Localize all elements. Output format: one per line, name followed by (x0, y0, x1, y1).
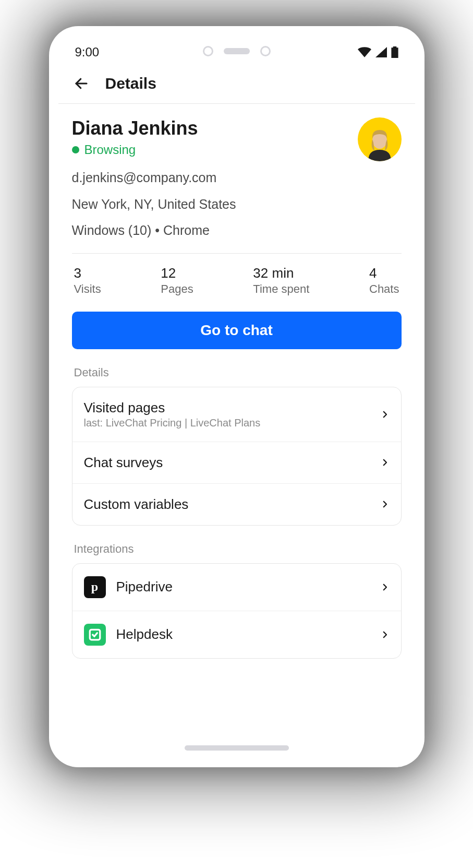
divider (72, 253, 402, 254)
presence-label: Browsing (84, 142, 136, 157)
chevron-right-icon (380, 458, 390, 467)
integrations-card: p Pipedrive Helpdesk (72, 563, 402, 659)
go-to-chat-button[interactable]: Go to chat (72, 312, 402, 349)
details-card: Visited pages last: LiveChat Pricing | L… (72, 387, 402, 526)
stat-value: 3 (74, 265, 101, 281)
stat-chats: 4 Chats (369, 265, 399, 296)
svg-rect-0 (391, 47, 398, 58)
status-time: 9:00 (75, 45, 100, 60)
phone-frame: 9:00 Details Diana Jenkins Browsing (49, 26, 425, 767)
row-title: Visited pages (84, 400, 261, 416)
avatar[interactable] (358, 117, 402, 161)
profile-system: Windows (10) • Chrome (72, 219, 402, 242)
stat-label: Chats (369, 282, 399, 296)
battery-icon (391, 46, 398, 58)
app-header: Details (58, 69, 415, 104)
stat-pages: 12 Pages (161, 265, 193, 296)
section-label-integrations: Integrations (74, 542, 402, 556)
row-visited-pages[interactable]: Visited pages last: LiveChat Pricing | L… (72, 387, 401, 442)
content: Diana Jenkins Browsing d. (58, 104, 415, 672)
pipedrive-icon: p (84, 576, 106, 598)
row-title: Pipedrive (116, 579, 173, 595)
row-subtitle: last: LiveChat Pricing | LiveChat Plans (84, 417, 261, 429)
row-title: Custom variables (84, 496, 189, 513)
section-label-details: Details (74, 366, 402, 379)
stat-visits: 3 Visits (74, 265, 101, 296)
notch-decoration (203, 46, 271, 56)
helpdesk-icon (84, 624, 106, 646)
screen: 9:00 Details Diana Jenkins Browsing (58, 35, 415, 758)
profile-header: Diana Jenkins Browsing (72, 117, 402, 167)
profile-name: Diana Jenkins (72, 117, 198, 139)
row-pipedrive[interactable]: p Pipedrive (72, 564, 401, 611)
chevron-right-icon (380, 630, 390, 639)
profile-email: d.jenkins@company.com (72, 167, 402, 189)
signal-icon (375, 47, 387, 57)
chevron-right-icon (380, 500, 390, 509)
arrow-left-icon (74, 76, 89, 91)
chevron-right-icon (380, 410, 390, 419)
stat-time-spent: 32 min Time spent (253, 265, 309, 296)
wifi-icon (358, 47, 371, 57)
row-title: Helpdesk (116, 626, 173, 643)
stats-row: 3 Visits 12 Pages 32 min Time spent 4 Ch… (72, 265, 402, 296)
chevron-right-icon (380, 582, 390, 592)
stat-value: 32 min (253, 265, 309, 281)
presence-dot-icon (72, 146, 79, 153)
profile-location: New York, NY, United States (72, 193, 402, 216)
status-icons (358, 46, 398, 58)
stat-label: Time spent (253, 282, 309, 296)
back-button[interactable] (72, 74, 91, 93)
svg-rect-1 (393, 46, 396, 48)
row-title: Chat surveys (84, 455, 163, 471)
page-title: Details (105, 75, 156, 92)
avatar-person-icon (363, 125, 396, 161)
stat-label: Pages (161, 282, 193, 296)
row-chat-surveys[interactable]: Chat surveys (72, 442, 401, 483)
home-indicator[interactable] (185, 745, 289, 751)
row-custom-variables[interactable]: Custom variables (72, 483, 401, 525)
presence-status: Browsing (72, 142, 198, 157)
stat-value: 12 (161, 265, 193, 281)
stat-value: 4 (369, 265, 399, 281)
row-helpdesk[interactable]: Helpdesk (72, 611, 401, 658)
stat-label: Visits (74, 282, 101, 296)
